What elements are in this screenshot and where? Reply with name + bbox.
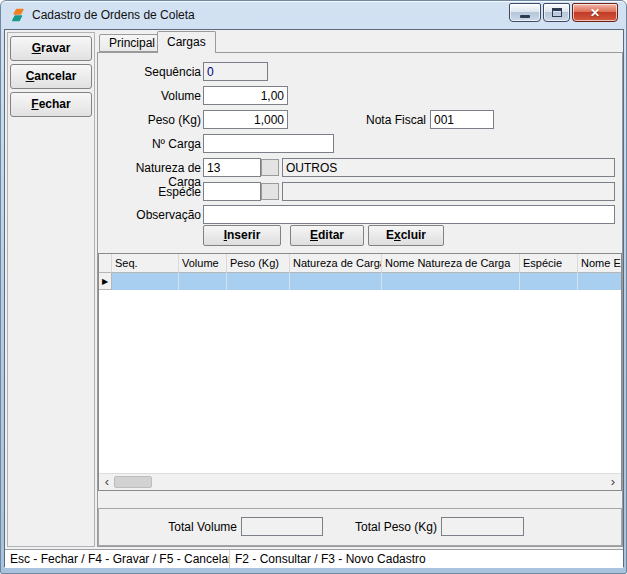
observacao-label: Observação <box>100 208 201 222</box>
total-volume-field <box>241 517 323 536</box>
num-carga-label: Nº Carga <box>100 137 201 151</box>
grid-header-volume: Volume <box>179 254 227 273</box>
scrollbar-thumb[interactable] <box>114 476 152 488</box>
natureza-carga-lookup-button[interactable] <box>261 159 279 176</box>
status-bar: Esc - Fechar / F4 - Gravar / F5 - Cancel… <box>5 549 623 568</box>
grid-cell-nome-especie <box>578 273 621 290</box>
cancelar-button[interactable]: Cancelar <box>10 64 92 89</box>
grid-cell-seq <box>112 273 179 290</box>
grid-cell-peso <box>227 273 290 290</box>
num-carga-field[interactable] <box>203 134 334 153</box>
window-title: Cadastro de Ordens de Coleta <box>32 8 195 22</box>
grid-cell-volume <box>179 273 227 290</box>
maximize-icon <box>552 8 562 17</box>
cargas-grid: Seq. Volume Peso (Kg) Natureza de Carga … <box>98 253 622 491</box>
peso-label: Peso (Kg) <box>100 113 201 127</box>
grid-header-especie: Espécie <box>520 254 578 273</box>
grid-row-indicator: ▶ <box>99 273 112 290</box>
natureza-carga-name-field <box>282 158 615 177</box>
grid-header: Seq. Volume Peso (Kg) Natureza de Carga … <box>99 254 621 273</box>
observacao-field[interactable] <box>203 205 615 224</box>
grid-header-selector <box>99 254 112 273</box>
natureza-carga-code-field[interactable] <box>203 158 261 177</box>
grid-horizontal-scrollbar: ‹ › <box>99 473 621 490</box>
tab-cargas[interactable]: Cargas <box>157 31 216 53</box>
tab-principal[interactable]: Principal <box>99 34 165 52</box>
cargas-tab-panel: Sequência Volume Peso (Kg) Nota Fiscal N… <box>97 52 623 547</box>
client-area: Gravar Cancelar Fechar Principal Cargas … <box>4 29 624 567</box>
window: Cadastro de Ordens de Coleta ✕ Gravar Ca… <box>0 0 627 574</box>
especie-name-field <box>282 182 615 201</box>
especie-label: Espécie <box>100 185 201 199</box>
app-icon <box>10 7 27 23</box>
grid-cell-natureza <box>290 273 382 290</box>
scroll-right-icon[interactable]: › <box>606 474 620 490</box>
scroll-left-icon[interactable]: ‹ <box>100 474 114 490</box>
volume-label: Volume <box>100 89 201 103</box>
minimize-icon <box>520 15 530 18</box>
maximize-button[interactable] <box>543 3 570 22</box>
title-bar: Cadastro de Ordens de Coleta ✕ <box>1 1 626 29</box>
total-volume-label: Total Volume <box>137 520 237 534</box>
totals-panel: Total Volume Total Peso (Kg) <box>98 508 622 546</box>
sidebar: Gravar Cancelar Fechar <box>7 32 95 547</box>
nota-fiscal-label: Nota Fiscal <box>325 113 426 127</box>
sequencia-field <box>203 62 268 81</box>
sequencia-label: Sequência <box>100 65 201 79</box>
grid-selected-row[interactable] <box>112 273 621 290</box>
grid-cell-nome-natureza <box>382 273 520 290</box>
close-button[interactable]: ✕ <box>572 3 618 22</box>
nota-fiscal-field[interactable] <box>430 110 494 129</box>
total-peso-field <box>441 517 524 536</box>
grid-header-nome-especie: Nome Es <box>578 254 621 273</box>
status-shortcuts-left: Esc - Fechar / F4 - Gravar / F5 - Cancel… <box>5 550 230 568</box>
grid-header-seq: Seq. <box>112 254 179 273</box>
status-shortcuts-right: F2 - Consultar / F3 - Novo Cadastro <box>230 550 426 568</box>
volume-field[interactable] <box>203 86 288 105</box>
grid-header-natureza: Natureza de Carga <box>290 254 382 273</box>
inserir-button[interactable]: Inserir <box>203 225 281 246</box>
especie-code-field[interactable] <box>203 182 261 201</box>
grid-header-nome-natureza: Nome Natureza de Carga <box>382 254 520 273</box>
editar-button[interactable]: Editar <box>290 225 364 246</box>
minimize-button[interactable] <box>509 3 541 22</box>
especie-lookup-button[interactable] <box>261 183 279 200</box>
excluir-button[interactable]: Excluir <box>368 225 444 246</box>
peso-field[interactable] <box>203 110 288 129</box>
fechar-button[interactable]: Fechar <box>10 92 92 117</box>
grid-cell-especie <box>520 273 578 290</box>
grid-header-peso: Peso (Kg) <box>227 254 290 273</box>
total-peso-label: Total Peso (Kg) <box>337 520 437 534</box>
close-icon: ✕ <box>590 6 600 20</box>
gravar-button[interactable]: Gravar <box>10 36 92 61</box>
